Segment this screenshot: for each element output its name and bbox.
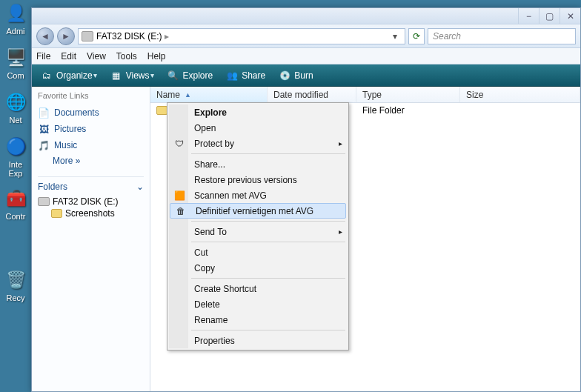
ctx-protect-by[interactable]: 🛡Protect by▸	[169, 136, 347, 151]
sidebar-item-pictures[interactable]: 🖼Pictures	[38, 123, 144, 135]
ctx-delete[interactable]: Delete	[169, 296, 347, 312]
titlebar: − ▢ ✕	[32, 8, 580, 24]
shred-icon: 🗑	[175, 205, 187, 217]
submenu-arrow-icon: ▸	[339, 227, 342, 236]
burn-button[interactable]: 💿Burn	[276, 67, 316, 84]
documents-icon: 📄	[38, 107, 50, 119]
menu-tools[interactable]: Tools	[116, 51, 137, 62]
col-size[interactable]: Size	[460, 87, 580, 102]
column-headers: Name▲ Date modified Type Size	[150, 87, 580, 103]
breadcrumb-item[interactable]: FAT32 DISK (E:)	[96, 31, 162, 41]
menu-help[interactable]: Help	[147, 51, 166, 62]
close-button[interactable]: ✕	[560, 8, 580, 24]
back-button[interactable]: ◄	[36, 27, 54, 45]
toolbar: 🗂Organize▾ ▦Views▾ 🔍Explore 👥Share 💿Burn	[32, 64, 580, 87]
share-icon: 👥	[226, 70, 238, 82]
ctx-create-shortcut[interactable]: Create Shortcut	[169, 281, 347, 296]
sidebar-item-music[interactable]: 🎵Music	[38, 139, 144, 151]
protect-icon: 🛡	[173, 138, 185, 150]
avg-icon: 🟧	[173, 190, 185, 202]
views-button[interactable]: ▦Views▾	[107, 67, 157, 84]
menu-file[interactable]: File	[36, 51, 50, 62]
address-dropdown[interactable]: ▾	[388, 31, 402, 41]
folder-icon	[156, 106, 167, 115]
desktop-icon[interactable]: 👤Admi	[1, 1, 30, 36]
col-name[interactable]: Name▲	[150, 87, 268, 102]
ctx-rename[interactable]: Rename	[169, 312, 347, 328]
maximize-button[interactable]: ▢	[539, 8, 560, 24]
menu-view[interactable]: View	[87, 51, 106, 62]
desktop-icon[interactable]: 🔵Inte Exp	[1, 135, 30, 178]
ctx-open[interactable]: Open	[169, 120, 347, 136]
favorites-heading: Favorite Links	[38, 91, 144, 100]
menu-edit[interactable]: Edit	[61, 51, 76, 62]
organize-button[interactable]: 🗂Organize▾	[38, 67, 100, 84]
music-icon: 🎵	[38, 139, 50, 151]
folder-icon	[51, 209, 62, 218]
forward-button[interactable]: ►	[57, 27, 75, 45]
desktop-icon[interactable]: 🖥️Com	[1, 46, 30, 80]
desktop-icon[interactable]: 🌐Net	[1, 90, 30, 124]
folders-header[interactable]: Folders ⌄	[38, 176, 144, 192]
search-input[interactable]: Search	[428, 28, 576, 44]
ctx-scan-avg[interactable]: 🟧Scannen met AVG	[169, 187, 347, 203]
caret-down-icon: ▾	[93, 71, 97, 79]
tree-node-drive[interactable]: FAT32 DISK (E:)	[38, 196, 144, 207]
pictures-icon: 🖼	[38, 123, 50, 135]
sidebar-item-documents[interactable]: 📄Documents	[38, 107, 144, 119]
ctx-cut[interactable]: Cut	[169, 245, 347, 260]
chevron-right-icon[interactable]: ▸	[165, 31, 169, 41]
sort-asc-icon: ▲	[185, 91, 191, 99]
burn-icon: 💿	[279, 70, 290, 82]
ctx-share[interactable]: Share...	[169, 156, 347, 172]
ctx-copy[interactable]: Copy	[169, 260, 347, 276]
col-type[interactable]: Type	[356, 87, 460, 102]
folder-tree: FAT32 DISK (E:) Screenshots	[38, 195, 144, 220]
refresh-button[interactable]: ⟳	[408, 28, 425, 44]
ctx-destroy-avg[interactable]: 🗑Definitief vernietigen met AVG	[170, 203, 346, 219]
tree-node-screenshots[interactable]: Screenshots	[51, 208, 144, 219]
ctx-explore[interactable]: Explore	[169, 104, 347, 120]
desktop-icon[interactable]: 🧰Contr	[1, 187, 30, 221]
caret-down-icon: ▾	[150, 71, 154, 79]
drive-icon	[82, 31, 93, 41]
submenu-arrow-icon: ▸	[339, 139, 342, 147]
col-date[interactable]: Date modified	[268, 87, 356, 102]
sidebar-more[interactable]: More »	[53, 156, 144, 166]
share-button[interactable]: 👥Share	[223, 67, 268, 84]
menubar: File Edit View Tools Help	[32, 48, 580, 64]
breadcrumb[interactable]: FAT32 DISK (E:) ▸ ▾	[78, 28, 405, 44]
desktop-icon[interactable]: 🗑️Recy	[1, 268, 30, 302]
ctx-send-to[interactable]: Send To▸	[169, 224, 347, 239]
explore-button[interactable]: 🔍Explore	[165, 67, 216, 84]
ctx-properties[interactable]: Properties	[169, 333, 347, 348]
views-icon: ▦	[110, 70, 122, 82]
address-bar: ◄ ► FAT32 DISK (E:) ▸ ▾ ⟳ Search	[32, 24, 580, 48]
drive-icon	[38, 197, 50, 206]
context-menu: Explore Open 🛡Protect by▸ Share... Resto…	[167, 102, 349, 351]
minimize-button[interactable]: −	[518, 8, 539, 24]
ctx-restore[interactable]: Restore previous versions	[169, 172, 347, 187]
chevron-down-icon: ⌄	[136, 182, 144, 192]
explore-icon: 🔍	[167, 70, 179, 82]
sidebar: Favorite Links 📄Documents 🖼Pictures 🎵Mus…	[32, 87, 150, 391]
organize-icon: 🗂	[41, 70, 53, 82]
